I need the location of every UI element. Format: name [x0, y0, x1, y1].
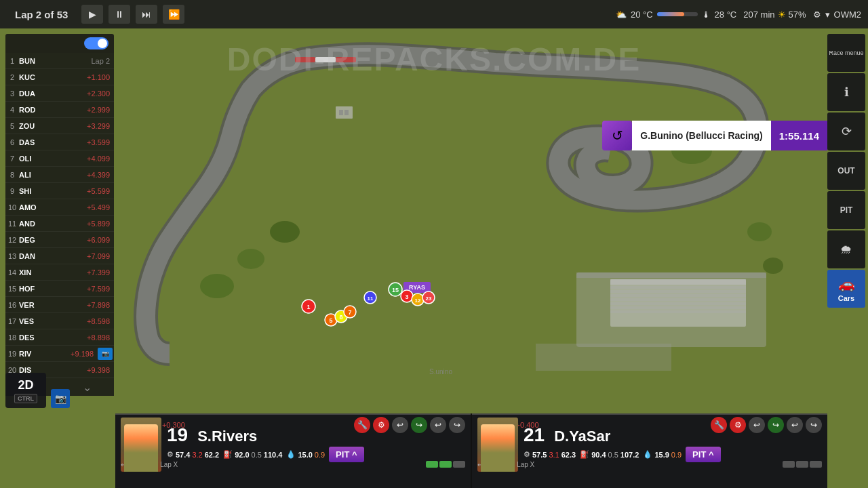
view-toggle-button[interactable]: 2D CTRL	[5, 373, 46, 408]
svg-point-18	[763, 258, 783, 274]
standings-gap: +3.299	[45, 122, 114, 130]
pause-button[interactable]: ⏸	[108, 5, 130, 24]
cars-button[interactable]: 🚗 Cars	[827, 270, 865, 308]
fast-forward-button[interactable]: ⏩	[163, 5, 184, 24]
standings-row[interactable]: 17VES+8.598	[5, 313, 114, 329]
standings-row[interactable]: 12DEG+6.099	[5, 232, 114, 248]
svg-rect-5	[610, 286, 746, 289]
standings-pos: 18	[5, 333, 19, 342]
play-button[interactable]: ▶	[81, 5, 103, 24]
toggle-switch[interactable]	[84, 37, 108, 49]
sun-icon: ☀	[778, 9, 786, 20]
svg-text:15: 15	[392, 287, 399, 293]
water-icon-left: 💧	[286, 450, 296, 459]
svg-point-17	[747, 222, 772, 241]
info-button[interactable]: ℹ	[827, 73, 865, 111]
standings-gap: +4.399	[45, 171, 114, 179]
standings-gap: +5.899	[45, 220, 114, 228]
standings-row[interactable]: 18DES+8.898	[5, 329, 114, 346]
standings-gap: +6.099	[45, 236, 114, 244]
panel-left-info: 19 S.Rivers ⚙ 57.4 3.2 62.2 ⛽ 92.0 0.5 1…	[167, 426, 465, 464]
standings-pos: 14	[5, 268, 19, 277]
dropdown-icon[interactable]: ▾	[825, 9, 830, 20]
standings-row[interactable]: 8ALI+4.399	[5, 167, 114, 183]
driver-left-number: 19	[167, 426, 188, 445]
panel-right-main: 21 D.YaSar ⚙ 57.5 3.1 62.3 ⛽ 90.4 0.5 10…	[477, 432, 822, 457]
standings-row[interactable]: 15HOF+7.599	[5, 281, 114, 297]
avatar-figure-left	[124, 424, 158, 472]
stat-water-left: 💧 15.0 0.9	[286, 450, 325, 459]
fuel-info: 207 min ☀ 57%	[743, 9, 806, 20]
stats-row-left: ⚙ 57.4 3.2 62.2 ⛽ 92.0 0.5 110.4 💧 15.0	[167, 445, 465, 464]
standings-pos: 10	[5, 203, 19, 211]
standings-pos: 9	[5, 187, 19, 195]
driver-right-avatar	[477, 418, 518, 472]
camera-button[interactable]: ⟳	[827, 113, 865, 150]
pit-left-button[interactable]: PIT ^	[329, 447, 363, 462]
standings-panel: 1BUNLap 22KUC+1.1003DUA+2.3004ROD+2.9995…	[5, 34, 114, 396]
out-button[interactable]: OUT	[827, 152, 865, 190]
standings-name: DAN	[19, 252, 45, 260]
standings-row[interactable]: 9SHI+5.599	[5, 183, 114, 199]
standings-row[interactable]: 16VER+7.898	[5, 297, 114, 313]
svg-rect-10	[610, 306, 746, 309]
standings-list: 1BUNLap 22KUC+1.1003DUA+2.3004ROD+2.9995…	[5, 53, 114, 378]
svg-point-13	[237, 249, 264, 269]
standings-row[interactable]: 5ZOU+3.299	[5, 118, 114, 134]
driver-panel-right: 20 DIS +0.400 🔧 ⚙ ↩ ↪ ↩ ↪ 21 D.YaSar	[472, 413, 827, 488]
svg-rect-7	[610, 294, 746, 297]
standings-row[interactable]: 19RIV+9.198📷	[5, 346, 114, 362]
driver-full-name: G.Bunino (Bellucci Racing)	[632, 121, 770, 150]
svg-rect-11	[610, 310, 746, 313]
standings-pos: 5	[5, 122, 19, 130]
standings-pos: 11	[5, 220, 19, 228]
standings-name: DES	[19, 333, 45, 342]
standings-row[interactable]: 11AND+5.899	[5, 216, 114, 232]
driver-icon: ↺	[602, 121, 632, 150]
rpm-val-left: 57.4	[176, 451, 190, 459]
standings-gap: +5.599	[45, 187, 114, 195]
standings-name: ALI	[19, 171, 45, 179]
weather-button[interactable]: 🌧	[827, 230, 865, 268]
car-icon: 🚗	[838, 276, 855, 292]
stat-rpm-left: ⚙ 57.4 3.2 62.2	[167, 450, 219, 459]
standings-row[interactable]: 10AMO+5.499	[5, 199, 114, 216]
track-map: 1 5 8 7 11 15 RYAS 3 12 23 S.unino	[115, 28, 827, 415]
playback-controls: Lap 2 of 53 ▶ ⏸ ⏭ ⏩	[7, 5, 184, 24]
race-menu-button[interactable]: Race menue	[827, 34, 865, 72]
standings-row[interactable]: 3DUA+2.300	[5, 85, 114, 102]
out-label: OUT	[837, 166, 854, 176]
fuel-val-left: 92.0	[235, 451, 249, 459]
stats-row-right: ⚙ 57.5 3.1 62.3 ⛽ 90.4 0.5 107.2 💧 15.9	[524, 445, 822, 464]
cloud-icon: ⛅	[616, 9, 627, 20]
skip-forward-button[interactable]: ⏭	[136, 5, 157, 24]
weather-icon: 🌧	[840, 243, 852, 257]
pit-right-driver-button[interactable]: PIT ^	[686, 447, 720, 462]
pit-right-button[interactable]: PIT	[827, 191, 865, 229]
standings-row[interactable]: 13DAN+7.099	[5, 248, 114, 264]
standings-gap: Lap 2	[45, 57, 114, 65]
standings-row[interactable]: 4ROD+2.999	[5, 102, 114, 118]
svg-text:RYAS: RYAS	[409, 284, 425, 291]
svg-text:23: 23	[426, 296, 432, 302]
lap-dot-1	[426, 461, 438, 468]
svg-text:5: 5	[329, 317, 332, 324]
stat-fuel-right: ⛽ 90.4 0.5 107.2	[580, 450, 639, 459]
small-camera-button[interactable]: 📷	[51, 389, 70, 408]
standings-row[interactable]: 2KUC+1.100	[5, 69, 114, 85]
standings-name: HOF	[19, 285, 45, 293]
driver-panels: 18 DES +0.300 🔧 ⚙ ↩ ↪ ↩ ↪ 19 S.Rivers	[0, 413, 827, 488]
stat-fuel-left: ⛽ 92.0 0.5 110.4	[223, 450, 282, 459]
standings-row[interactable]: 7OLI+4.099	[5, 150, 114, 167]
svg-point-14	[270, 221, 300, 243]
standings-row[interactable]: 1BUNLap 2	[5, 53, 114, 69]
standings-gap: +7.898	[45, 301, 114, 309]
svg-rect-1	[576, 272, 766, 278]
standings-row[interactable]: 14XIN+7.399	[5, 264, 114, 281]
standings-row[interactable]: 6DAS+3.599	[5, 134, 114, 150]
rpm-icon: ⚙	[167, 450, 174, 459]
standings-pos: 6	[5, 138, 19, 146]
standings-gap: +5.499	[45, 203, 114, 211]
settings-icon[interactable]: ⚙	[813, 9, 821, 20]
rpm-delta-right: 3.1	[549, 451, 559, 459]
